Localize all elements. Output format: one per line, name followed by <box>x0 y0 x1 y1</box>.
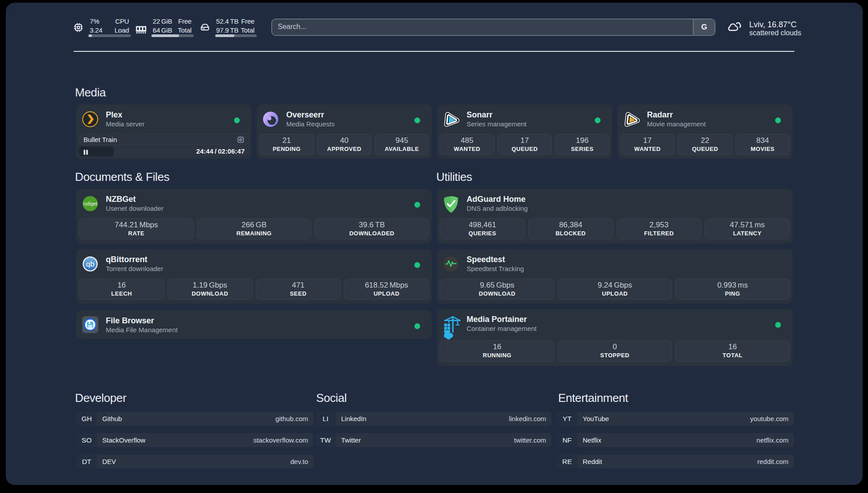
svg-text:qb: qb <box>86 260 95 268</box>
svg-text:nzbget: nzbget <box>83 201 97 206</box>
